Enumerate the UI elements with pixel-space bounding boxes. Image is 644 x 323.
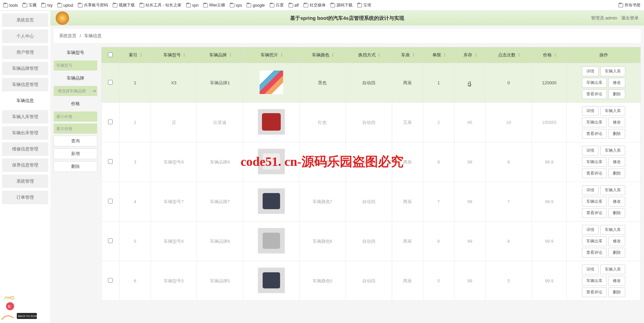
action-修改[interactable]: 修改: [608, 157, 625, 167]
action-详情[interactable]: 详情: [582, 106, 599, 116]
th[interactable]: 车辆照片: [243, 47, 299, 63]
nav-item[interactable]: 车辆品牌管理: [2, 62, 48, 75]
delete-button[interactable]: 删除: [54, 161, 97, 172]
bookmark-item[interactable]: vps: [230, 3, 242, 8]
nav-item[interactable]: 车辆信息: [2, 94, 48, 107]
action-详情[interactable]: 详情: [582, 265, 599, 274]
action-查看评论[interactable]: 查看评论: [582, 129, 607, 139]
action-查看评论[interactable]: 查看评论: [582, 89, 607, 99]
bookmark-label: aff: [294, 3, 299, 8]
filter-model-input[interactable]: [54, 60, 97, 71]
action-删除[interactable]: 删除: [608, 169, 625, 178]
bookmark-item[interactable]: tools: [3, 3, 18, 8]
bookmark-label: Max云梯: [209, 2, 225, 8]
bookmark-all[interactable]: 所有书签: [619, 2, 641, 8]
bookmark-item[interactable]: 共享账号密码: [78, 2, 108, 8]
action-删除[interactable]: 删除: [608, 208, 625, 218]
action-详情[interactable]: 详情: [582, 185, 599, 195]
bookmark-item[interactable]: 视频下载: [113, 2, 135, 8]
action-修改[interactable]: 修改: [608, 118, 625, 127]
search-button[interactable]: 查询: [54, 136, 97, 146]
bookmark-item[interactable]: Max云梯: [203, 2, 225, 8]
nav-item[interactable]: 订单管理: [2, 191, 48, 204]
action-详情[interactable]: 详情: [582, 146, 599, 155]
nav-item[interactable]: 维修信息管理: [2, 142, 48, 156]
bookmark-item[interactable]: 百度: [270, 2, 284, 8]
th[interactable]: 换挡方式: [345, 47, 392, 63]
row-checkbox[interactable]: [108, 199, 113, 203]
row-checkbox[interactable]: [108, 238, 113, 243]
action-修改[interactable]: 修改: [608, 78, 625, 88]
action-删除[interactable]: 删除: [608, 89, 625, 99]
nav-item[interactable]: 车辆信息管理: [2, 78, 48, 91]
nav-item[interactable]: 个人中心: [2, 30, 48, 43]
bookmark-item[interactable]: 站长工具 - 站长之家: [140, 2, 181, 8]
action-修改[interactable]: 修改: [608, 197, 625, 206]
action-车辆入库[interactable]: 车辆入库: [600, 66, 625, 76]
cell-color: 车辆颜色7: [299, 182, 345, 222]
row-checkbox[interactable]: [108, 159, 113, 164]
bookmark-item[interactable]: 宝藏: [22, 2, 37, 8]
bookmark-item[interactable]: 社交媒体: [304, 2, 326, 8]
bookmark-label: 所有书签: [625, 2, 641, 8]
action-详情[interactable]: 详情: [582, 66, 599, 76]
action-车辆入库[interactable]: 车辆入库: [600, 146, 625, 155]
action-车辆入库[interactable]: 车辆入库: [600, 225, 625, 235]
action-修改[interactable]: 修改: [608, 276, 625, 286]
action-删除[interactable]: 删除: [608, 287, 625, 297]
action-详情[interactable]: 详情: [582, 225, 599, 235]
th[interactable]: 车座: [392, 47, 423, 63]
row-checkbox[interactable]: [108, 80, 113, 85]
filter-brand-select[interactable]: 请选择车辆品牌: [54, 86, 97, 96]
action-车辆出库[interactable]: 车辆出库: [582, 78, 607, 88]
bookmark-item[interactable]: google: [247, 3, 265, 8]
bookmark-item[interactable]: vpn: [186, 3, 199, 8]
filter-min-input[interactable]: [54, 111, 97, 122]
nav-item[interactable]: 车辆出库管理: [2, 126, 48, 140]
row-checkbox[interactable]: [108, 120, 113, 124]
header-user[interactable]: 管理员 admin: [591, 15, 617, 21]
action-车辆入库[interactable]: 车辆入库: [600, 106, 625, 116]
add-button[interactable]: 新增: [54, 148, 97, 159]
nav-item[interactable]: 用户管理: [2, 46, 48, 59]
action-车辆入库[interactable]: 车辆入库: [600, 265, 625, 274]
action-车辆出库[interactable]: 车辆出库: [582, 197, 607, 206]
nav-item[interactable]: 系统首页: [2, 13, 48, 27]
action-查看评论[interactable]: 查看评论: [582, 248, 607, 258]
action-删除[interactable]: 删除: [608, 129, 625, 139]
th[interactable]: 点击次数: [485, 47, 532, 63]
nav-item[interactable]: 系统管理: [2, 175, 48, 188]
th[interactable]: 操作: [567, 47, 641, 63]
action-车辆出库[interactable]: 车辆出库: [582, 276, 607, 286]
action-车辆入库[interactable]: 车辆入库: [600, 185, 625, 195]
action-查看评论[interactable]: 查看评论: [582, 287, 607, 297]
nav-item[interactable]: 车辆入库管理: [2, 110, 48, 124]
action-删除[interactable]: 删除: [608, 248, 625, 258]
th[interactable]: 库存: [454, 47, 485, 63]
action-查看评论[interactable]: 查看评论: [582, 208, 607, 218]
cell-actions: 详情车辆入库车辆出库修改查看评论删除: [567, 182, 641, 222]
th[interactable]: 价格: [532, 47, 567, 63]
nav-item[interactable]: 保养信息管理: [2, 158, 48, 172]
nav-label: 车辆信息: [16, 98, 34, 104]
logout-link[interactable]: 退出登录: [621, 15, 639, 21]
th[interactable]: 车辆颜色: [299, 47, 345, 63]
th[interactable]: 车辆品牌: [197, 47, 243, 63]
th[interactable]: 索引: [119, 47, 151, 63]
action-车辆出库[interactable]: 车辆出库: [582, 157, 607, 167]
action-修改[interactable]: 修改: [608, 236, 625, 246]
action-车辆出库[interactable]: 车辆出库: [582, 236, 607, 246]
bookmark-item[interactable]: 宝塔: [357, 2, 371, 8]
th[interactable]: 单限: [423, 47, 454, 63]
th[interactable]: 车辆型号: [151, 47, 197, 63]
select-all-checkbox[interactable]: [108, 52, 113, 57]
filter-max-input[interactable]: [54, 124, 97, 134]
bookmark-item[interactable]: 源码下载: [330, 2, 353, 8]
bookmark-item[interactable]: txy: [41, 3, 52, 8]
bookmark-item[interactable]: aff: [288, 3, 299, 8]
row-checkbox[interactable]: [108, 278, 113, 283]
action-查看评论[interactable]: 查看评论: [582, 169, 607, 178]
breadcrumb-home[interactable]: 系统首页: [59, 33, 76, 38]
bookmark-item[interactable]: uplod: [57, 3, 73, 8]
action-车辆出库[interactable]: 车辆出库: [582, 118, 607, 127]
